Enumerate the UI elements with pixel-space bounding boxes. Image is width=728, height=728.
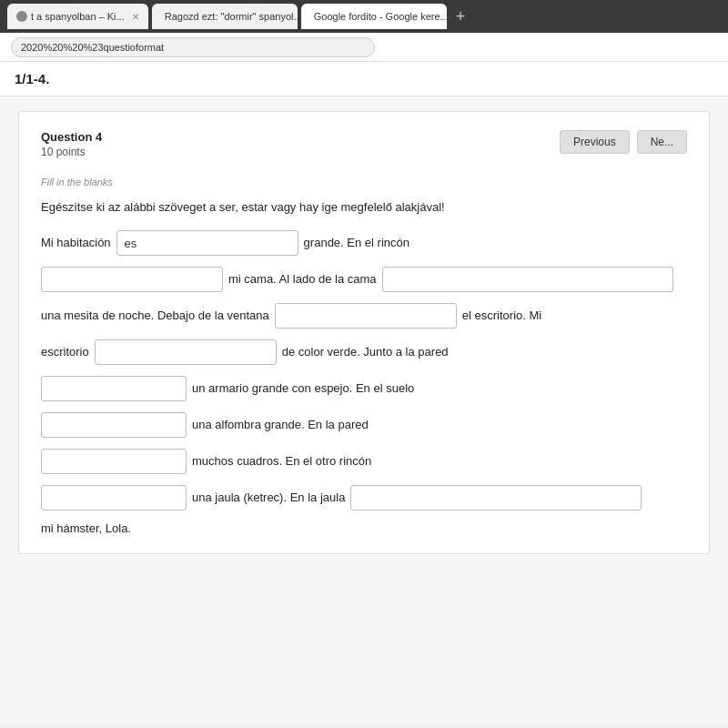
fill-line-2: mi cama. Al lado de la cama [41, 267, 687, 292]
address-input[interactable] [11, 37, 375, 57]
tab-2[interactable]: Ragozd ezt: "dormir" spanyol... ✕ [152, 4, 298, 29]
question-title: Question 4 [41, 130, 102, 144]
address-bar [0, 33, 728, 62]
question-card: Question 4 10 points Previous Ne... Fill… [18, 111, 710, 554]
fill-line-3: una mesita de noche. Debajo de la ventan… [41, 303, 687, 329]
fill-line-4: escritorio de color verde. Junto a la pa… [41, 339, 687, 365]
text-after-8: una jaula (ketrec). En la jaula [192, 487, 345, 508]
tab-1[interactable]: t a spanyolban – Ki... ✕ [7, 4, 148, 29]
tab-3[interactable]: Google fordito - Google kere... ✕ [301, 4, 447, 29]
fill-line-1: Mi habitación grande. En el rincón [41, 230, 687, 256]
text-after-6: una alfombra grande. En la pared [192, 414, 369, 435]
section-label: Fill in the blanks [41, 177, 687, 187]
instruction-text: Egészítse ki az alábbi szöveget a ser, e… [41, 200, 687, 214]
bottom-text: mi hámster, Lola. [41, 521, 687, 535]
fill-input-2b[interactable] [382, 267, 673, 292]
question-meta: Question 4 10 points [41, 130, 102, 158]
nav-buttons: Previous Ne... [560, 130, 687, 154]
main-content: Question 4 10 points Previous Ne... Fill… [0, 96, 728, 724]
tab-1-icon [16, 11, 27, 22]
fill-input-3[interactable] [275, 303, 457, 329]
fill-input-1[interactable] [116, 230, 298, 256]
next-button[interactable]: Ne... [637, 130, 687, 154]
text-after-3: el escritorio. Mi [462, 305, 541, 326]
text-before-4: escritorio [41, 341, 89, 362]
question-header: Question 4 10 points Previous Ne... [41, 130, 687, 158]
text-after-2: mi cama. Al lado de la cama [228, 268, 377, 289]
fill-input-4[interactable] [95, 339, 277, 365]
tab-3-label: Google fordito - Google kere... [314, 11, 447, 22]
fill-input-8[interactable] [41, 485, 187, 511]
add-tab-button[interactable]: + [450, 7, 471, 26]
text-after-7: muchos cuadros. En el otro rincón [192, 450, 371, 471]
fill-line-5: un armario grande con espejo. En el suel… [41, 376, 687, 401]
fill-input-8b[interactable] [350, 485, 642, 511]
fill-line-7: muchos cuadros. En el otro rincón [41, 449, 687, 474]
breadcrumb: 1/1-4. [0, 62, 728, 96]
question-points: 10 points [41, 146, 102, 158]
text-before-3: una mesita de noche. Debajo de la ventan… [41, 305, 269, 326]
fill-line-6: una alfombra grande. En la pared [41, 412, 687, 438]
text-after-4: de color verde. Junto a la pared [282, 341, 449, 362]
tab-1-label: t a spanyolban – Ki... [31, 11, 125, 22]
tab-1-close[interactable]: ✕ [132, 12, 139, 22]
fill-input-2[interactable] [41, 267, 223, 292]
browser-tabs-bar: t a spanyolban – Ki... ✕ Ragozd ezt: "do… [0, 0, 728, 33]
fill-input-6[interactable] [41, 412, 187, 438]
breadcrumb-text: 1/1-4. [15, 71, 49, 86]
text-after-1: grande. En el rincón [304, 232, 410, 253]
fill-line-8: una jaula (ketrec). En la jaula [41, 485, 687, 511]
text-before-1: Mi habitación [41, 232, 111, 253]
fill-input-5[interactable] [41, 376, 187, 401]
tab-2-label: Ragozd ezt: "dormir" spanyol... [165, 11, 298, 22]
fill-input-7[interactable] [41, 449, 187, 474]
previous-button[interactable]: Previous [560, 130, 630, 154]
text-after-5: un armario grande con espejo. En el suel… [192, 378, 414, 399]
